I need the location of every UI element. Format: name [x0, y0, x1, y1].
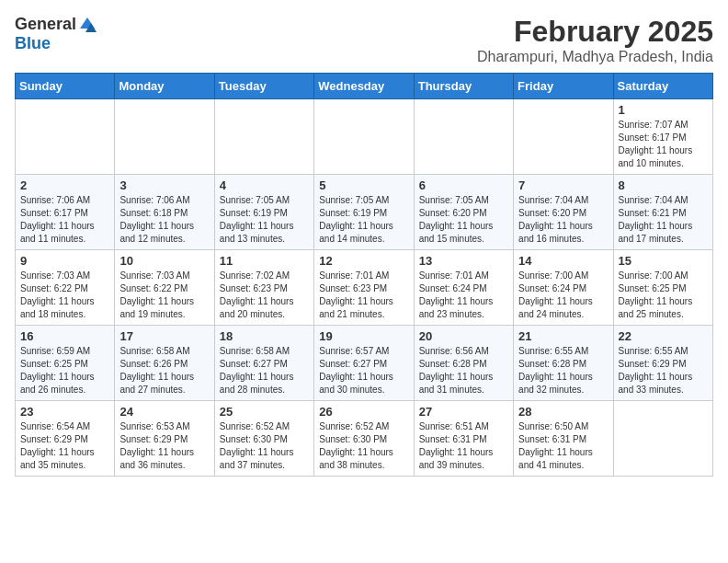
calendar-cell: 9Sunrise: 7:03 AM Sunset: 6:22 PM Daylig…	[16, 250, 115, 326]
calendar-cell: 4Sunrise: 7:05 AM Sunset: 6:19 PM Daylig…	[214, 175, 313, 250]
day-number: 5	[319, 178, 408, 192]
day-info: Sunrise: 7:06 AM Sunset: 6:18 PM Dayligh…	[119, 194, 209, 246]
day-number: 27	[419, 405, 508, 419]
logo: General Blue	[15, 15, 97, 53]
calendar-cell: 13Sunrise: 7:01 AM Sunset: 6:24 PM Dayli…	[414, 250, 513, 326]
calendar-cell: 27Sunrise: 6:51 AM Sunset: 6:31 PM Dayli…	[414, 401, 513, 477]
day-info: Sunrise: 7:03 AM Sunset: 6:22 PM Dayligh…	[119, 270, 209, 321]
logo-general-text: General	[15, 15, 76, 34]
calendar-cell	[16, 99, 115, 175]
day-info: Sunrise: 6:58 AM Sunset: 6:26 PM Dayligh…	[119, 345, 209, 396]
calendar-cell: 10Sunrise: 7:03 AM Sunset: 6:22 PM Dayli…	[115, 250, 214, 326]
day-info: Sunrise: 7:03 AM Sunset: 6:22 PM Dayligh…	[20, 270, 109, 321]
day-number: 18	[220, 329, 309, 343]
day-info: Sunrise: 6:57 AM Sunset: 6:27 PM Dayligh…	[319, 345, 408, 396]
calendar-cell: 26Sunrise: 6:52 AM Sunset: 6:30 PM Dayli…	[314, 401, 414, 477]
header-right: February 2025 Dharampuri, Madhya Pradesh…	[477, 15, 713, 65]
day-number: 20	[419, 329, 508, 343]
weekday-header-thursday: Thursday	[414, 74, 513, 99]
week-row-2: 2Sunrise: 7:06 AM Sunset: 6:17 PM Daylig…	[16, 175, 713, 250]
calendar-cell: 3Sunrise: 7:06 AM Sunset: 6:18 PM Daylig…	[115, 175, 214, 250]
day-number: 6	[419, 178, 508, 192]
calendar-cell: 6Sunrise: 7:05 AM Sunset: 6:20 PM Daylig…	[414, 175, 513, 250]
calendar-cell: 12Sunrise: 7:01 AM Sunset: 6:23 PM Dayli…	[314, 250, 414, 326]
calendar-cell: 14Sunrise: 7:00 AM Sunset: 6:24 PM Dayli…	[514, 250, 613, 326]
day-info: Sunrise: 6:59 AM Sunset: 6:25 PM Dayligh…	[20, 345, 109, 396]
day-info: Sunrise: 6:50 AM Sunset: 6:31 PM Dayligh…	[518, 420, 608, 472]
calendar-cell: 11Sunrise: 7:02 AM Sunset: 6:23 PM Dayli…	[214, 250, 313, 326]
day-number: 11	[220, 254, 309, 268]
day-number: 2	[20, 178, 109, 192]
day-number: 16	[20, 329, 109, 343]
day-number: 17	[119, 329, 209, 343]
calendar-cell: 22Sunrise: 6:55 AM Sunset: 6:29 PM Dayli…	[613, 326, 712, 401]
day-number: 12	[319, 254, 408, 268]
day-number: 13	[419, 254, 508, 268]
weekday-header-friday: Friday	[514, 74, 613, 99]
calendar-cell: 2Sunrise: 7:06 AM Sunset: 6:17 PM Daylig…	[16, 175, 115, 250]
day-number: 1	[619, 103, 708, 117]
logo-icon	[78, 16, 97, 34]
day-info: Sunrise: 7:04 AM Sunset: 6:21 PM Dayligh…	[619, 194, 708, 246]
day-number: 7	[518, 178, 608, 192]
calendar-cell: 19Sunrise: 6:57 AM Sunset: 6:27 PM Dayli…	[314, 326, 414, 401]
calendar-cell: 28Sunrise: 6:50 AM Sunset: 6:31 PM Dayli…	[514, 401, 613, 477]
weekday-header-row: SundayMondayTuesdayWednesdayThursdayFrid…	[16, 74, 713, 99]
day-info: Sunrise: 7:07 AM Sunset: 6:17 PM Dayligh…	[619, 119, 708, 170]
day-info: Sunrise: 7:06 AM Sunset: 6:17 PM Dayligh…	[20, 194, 109, 246]
day-number: 19	[319, 329, 408, 343]
calendar-cell	[514, 99, 613, 175]
day-number: 21	[518, 329, 608, 343]
calendar-cell: 21Sunrise: 6:55 AM Sunset: 6:28 PM Dayli…	[514, 326, 613, 401]
weekday-header-wednesday: Wednesday	[314, 74, 414, 99]
weekday-header-tuesday: Tuesday	[214, 74, 313, 99]
day-number: 28	[518, 405, 608, 419]
day-info: Sunrise: 6:58 AM Sunset: 6:27 PM Dayligh…	[220, 345, 309, 396]
week-row-5: 23Sunrise: 6:54 AM Sunset: 6:29 PM Dayli…	[16, 401, 713, 477]
day-number: 23	[20, 405, 109, 419]
day-number: 24	[119, 405, 209, 419]
page-header: General Blue February 2025 Dharampuri, M…	[15, 15, 713, 65]
day-number: 14	[518, 254, 608, 268]
calendar-cell: 17Sunrise: 6:58 AM Sunset: 6:26 PM Dayli…	[115, 326, 214, 401]
calendar-cell	[314, 99, 414, 175]
week-row-3: 9Sunrise: 7:03 AM Sunset: 6:22 PM Daylig…	[16, 250, 713, 326]
day-info: Sunrise: 6:52 AM Sunset: 6:30 PM Dayligh…	[220, 420, 309, 472]
day-info: Sunrise: 6:55 AM Sunset: 6:29 PM Dayligh…	[619, 345, 708, 396]
calendar-cell: 16Sunrise: 6:59 AM Sunset: 6:25 PM Dayli…	[16, 326, 115, 401]
day-info: Sunrise: 6:55 AM Sunset: 6:28 PM Dayligh…	[518, 345, 608, 396]
day-info: Sunrise: 6:53 AM Sunset: 6:29 PM Dayligh…	[119, 420, 209, 472]
calendar-table: SundayMondayTuesdayWednesdayThursdayFrid…	[15, 73, 713, 477]
weekday-header-sunday: Sunday	[16, 74, 115, 99]
day-info: Sunrise: 7:00 AM Sunset: 6:24 PM Dayligh…	[518, 270, 608, 321]
day-info: Sunrise: 6:54 AM Sunset: 6:29 PM Dayligh…	[20, 420, 109, 472]
day-info: Sunrise: 7:02 AM Sunset: 6:23 PM Dayligh…	[220, 270, 309, 321]
location-text: Dharampuri, Madhya Pradesh, India	[477, 49, 713, 65]
day-number: 4	[220, 178, 309, 192]
day-info: Sunrise: 7:04 AM Sunset: 6:20 PM Dayligh…	[518, 194, 608, 246]
calendar-cell: 20Sunrise: 6:56 AM Sunset: 6:28 PM Dayli…	[414, 326, 513, 401]
day-info: Sunrise: 6:52 AM Sunset: 6:30 PM Dayligh…	[319, 420, 408, 472]
calendar-cell: 25Sunrise: 6:52 AM Sunset: 6:30 PM Dayli…	[214, 401, 313, 477]
day-number: 15	[619, 254, 708, 268]
day-info: Sunrise: 7:01 AM Sunset: 6:24 PM Dayligh…	[419, 270, 508, 321]
day-info: Sunrise: 7:05 AM Sunset: 6:19 PM Dayligh…	[319, 194, 408, 246]
calendar-cell: 5Sunrise: 7:05 AM Sunset: 6:19 PM Daylig…	[314, 175, 414, 250]
day-number: 22	[619, 329, 708, 343]
day-number: 3	[119, 178, 209, 192]
day-number: 9	[20, 254, 109, 268]
week-row-4: 16Sunrise: 6:59 AM Sunset: 6:25 PM Dayli…	[16, 326, 713, 401]
calendar-cell: 7Sunrise: 7:04 AM Sunset: 6:20 PM Daylig…	[514, 175, 613, 250]
day-info: Sunrise: 6:56 AM Sunset: 6:28 PM Dayligh…	[419, 345, 508, 396]
calendar-cell	[613, 401, 712, 477]
day-info: Sunrise: 7:01 AM Sunset: 6:23 PM Dayligh…	[319, 270, 408, 321]
calendar-cell: 8Sunrise: 7:04 AM Sunset: 6:21 PM Daylig…	[613, 175, 712, 250]
week-row-1: 1Sunrise: 7:07 AM Sunset: 6:17 PM Daylig…	[16, 99, 713, 175]
day-number: 10	[119, 254, 209, 268]
day-info: Sunrise: 7:00 AM Sunset: 6:25 PM Dayligh…	[619, 270, 708, 321]
day-info: Sunrise: 7:05 AM Sunset: 6:20 PM Dayligh…	[419, 194, 508, 246]
logo-blue-text: Blue	[15, 34, 51, 53]
day-number: 26	[319, 405, 408, 419]
day-number: 8	[619, 178, 708, 192]
day-number: 25	[220, 405, 309, 419]
